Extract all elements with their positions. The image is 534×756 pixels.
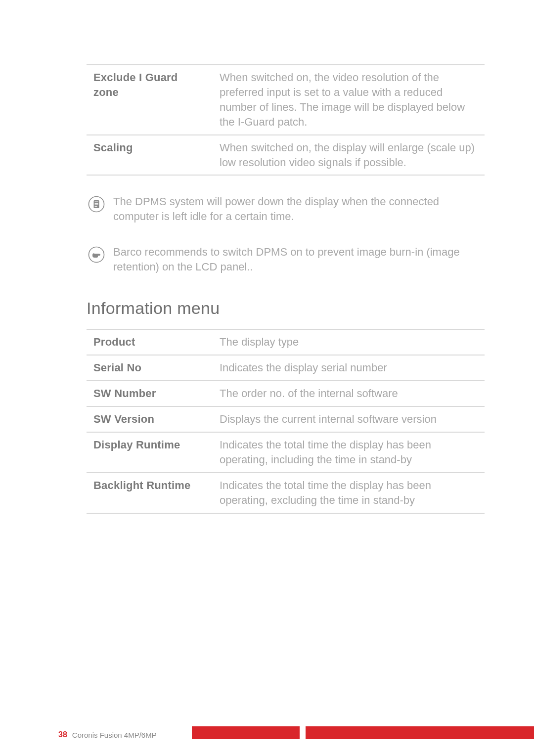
row-label: SW Version [87,406,213,432]
table-row: Product The display type [87,329,485,355]
svg-rect-3 [95,203,98,204]
svg-rect-4 [95,205,98,205]
row-desc: Indicates the total time the display has… [213,473,485,513]
row-label: SW Number [87,381,213,406]
svg-point-7 [93,254,95,256]
row-label: Exclude I Guard zone [87,65,213,135]
row-label: Serial No [87,355,213,381]
table-row: Display Runtime Indicates the total time… [87,432,485,473]
settings-table: Exclude I Guard zone When switched on, t… [87,64,485,176]
document-icon [83,194,110,213]
row-desc: Indicates the display serial number [213,355,485,381]
page-number: 38 [0,730,72,739]
svg-rect-1 [94,200,99,208]
row-label: Display Runtime [87,432,213,473]
note-text: Barco recommends to switch DPMS on to pr… [110,245,480,274]
hand-point-icon [83,245,110,263]
note-text: The DPMS system will power down the disp… [110,194,480,223]
page-footer: 38 Coronis Fusion 4MP/6MP [0,730,534,739]
row-desc: The order no. of the internal software [213,381,485,406]
table-row: Backlight Runtime Indicates the total ti… [87,473,485,513]
table-row: SW Number The order no. of the internal … [87,381,485,406]
table-row: Exclude I Guard zone When switched on, t… [87,65,485,135]
row-desc: The display type [213,329,485,355]
svg-rect-5 [95,206,97,207]
section-heading: Information menu [87,299,485,318]
row-desc: Displays the current internal software v… [213,406,485,432]
note-dpms: The DPMS system will power down the disp… [83,187,485,231]
row-label: Scaling [87,135,213,176]
footer-accent-bar [192,726,534,739]
table-row: SW Version Displays the current internal… [87,406,485,432]
row-desc: Indicates the total time the display has… [213,432,485,473]
note-burnin: Barco recommends to switch DPMS on to pr… [83,238,485,281]
row-desc: When switched on, the video resolution o… [213,65,485,135]
row-label: Product [87,329,213,355]
svg-rect-2 [95,202,98,202]
information-menu-table: Product The display type Serial No Indic… [87,329,485,513]
row-label: Backlight Runtime [87,473,213,513]
row-desc: When switched on, the display will enlar… [213,135,485,176]
table-row: Serial No Indicates the display serial n… [87,355,485,381]
document-title: Coronis Fusion 4MP/6MP [72,731,157,739]
table-row: Scaling When switched on, the display wi… [87,135,485,176]
